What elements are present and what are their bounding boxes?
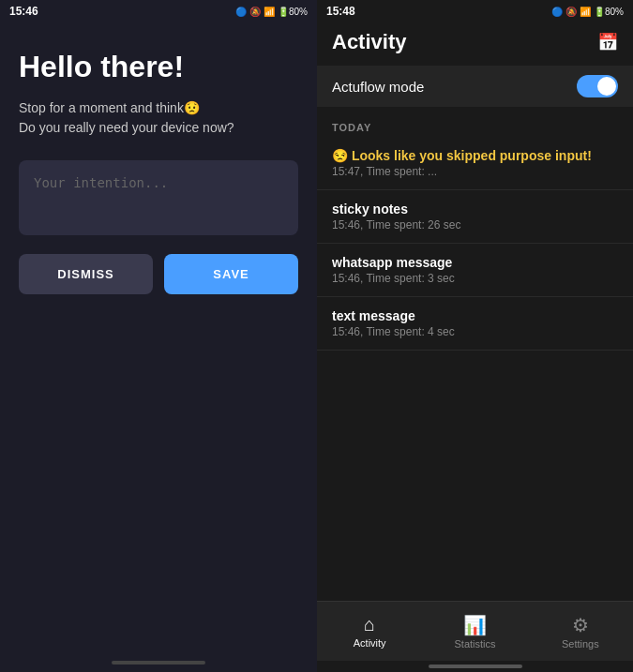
activity-item-subtitle: 15:46, Time spent: 4 sec [332,325,618,338]
right-status-icons: 🔵 🔕 📶 🔋80% [551,7,624,17]
right-volume-icon: 🔕 [565,7,577,17]
signal-icon: 📶 [264,7,275,17]
left-content: Hello there! Stop for a moment and think… [0,22,317,653]
actuflow-row: Actuflow mode [317,66,633,107]
activity-item-title: 😒 Looks like you skipped purpose input! [332,148,618,163]
settings-icon: ⚙ [572,614,589,636]
right-panel: 15:48 🔵 🔕 📶 🔋80% Activity 📅 Actuflow mod… [317,0,633,672]
activity-item[interactable]: sticky notes 15:46, Time spent: 26 sec [317,190,633,244]
activity-item-title: text message [332,308,618,323]
volume-icon: 🔕 [249,7,261,17]
hello-title: Hello there! [19,51,298,83]
status-bar-right: 15:48 🔵 🔕 📶 🔋80% [317,0,633,22]
right-bluetooth-icon: 🔵 [551,7,563,17]
left-status-icons: 🔵 🔕 📶 🔋80% [235,7,308,17]
activity-list: 😒 Looks like you skipped purpose input! … [317,137,633,601]
activity-item[interactable]: text message 15:46, Time spent: 4 sec [317,297,633,351]
calendar-icon[interactable]: 📅 [597,32,618,52]
left-bottom-bar [112,661,205,665]
activity-item[interactable]: 😒 Looks like you skipped purpose input! … [317,137,633,190]
actuflow-toggle[interactable] [577,75,618,97]
activity-item-title: sticky notes [332,202,618,217]
dismiss-button[interactable]: DISMISS [19,254,153,294]
right-title: Activity [332,30,406,54]
right-status-time: 15:48 [326,5,355,18]
right-battery-icon: 🔋80% [594,7,624,17]
save-button[interactable]: SAVE [164,254,298,294]
bottom-nav: ⌂ Activity 📊 Statistics ⚙ Settings [317,601,633,661]
home-icon: ⌂ [364,614,375,635]
activity-item-title: whatsapp message [332,255,618,270]
battery-icon: 🔋80% [278,7,308,17]
activity-item-subtitle: 15:47, Time spent: ... [332,165,618,178]
nav-item-settings[interactable]: ⚙ Settings [528,614,633,650]
activity-item-subtitle: 15:46, Time spent: 3 sec [332,272,618,285]
bluetooth-icon: 🔵 [235,7,247,17]
hello-subtitle: Stop for a moment and think😟Do you reall… [19,98,298,138]
right-bottom-bar [429,665,522,668]
button-row: DISMISS SAVE [19,254,298,294]
toggle-knob [597,77,616,96]
left-panel: 15:46 🔵 🔕 📶 🔋80% Hello there! Stop for a… [0,0,317,672]
activity-item-subtitle: 15:46, Time spent: 26 sec [332,218,618,231]
actuflow-label: Actuflow mode [332,79,424,95]
status-bar-left: 15:46 🔵 🔕 📶 🔋80% [0,0,317,22]
section-label: TODAY [317,114,633,137]
activity-item[interactable]: whatsapp message 15:46, Time spent: 3 se… [317,244,633,297]
statistics-icon: 📊 [463,614,487,636]
nav-label-activity: Activity [354,637,386,649]
nav-label-settings: Settings [562,638,599,650]
left-status-time: 15:46 [9,5,38,18]
nav-label-statistics: Statistics [454,638,495,650]
right-header: Activity 📅 [317,22,633,66]
nav-item-statistics[interactable]: 📊 Statistics [422,614,527,650]
intention-input[interactable] [19,160,298,235]
nav-item-activity[interactable]: ⌂ Activity [317,614,422,649]
right-signal-icon: 📶 [580,7,591,17]
